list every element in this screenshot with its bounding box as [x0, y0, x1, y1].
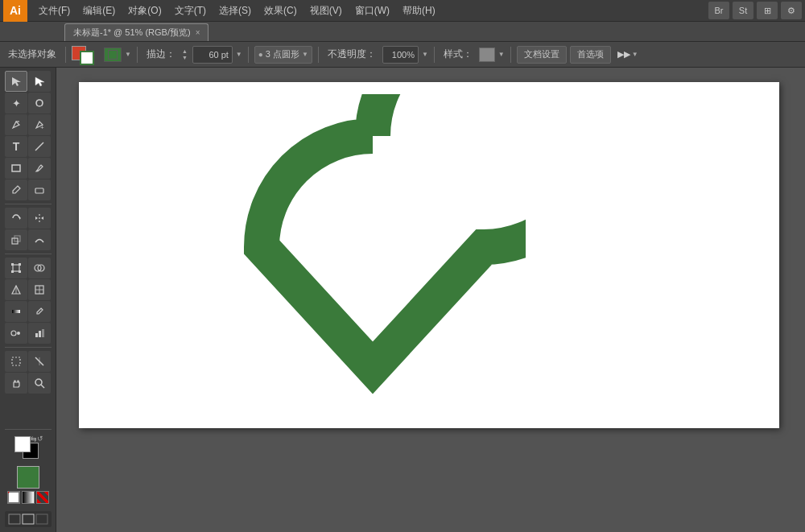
opacity-input[interactable]: [382, 46, 419, 64]
eyedropper-tool[interactable]: [28, 301, 51, 322]
tool-row-7: [5, 208, 51, 229]
svg-rect-28: [35, 333, 38, 337]
shape-builder-tool[interactable]: [28, 258, 51, 278]
menu-edit[interactable]: 编辑(E): [76, 0, 122, 22]
divider-1: [65, 47, 66, 63]
none-swatch[interactable]: [7, 491, 20, 504]
eraser-tool[interactable]: [28, 179, 51, 200]
stroke-label: 描边：: [143, 47, 179, 61]
fill-stroke-indicator[interactable]: [72, 44, 101, 65]
mesh-tool[interactable]: [28, 279, 51, 300]
magic-wand-tool[interactable]: ✦: [5, 93, 27, 113]
tool-sep-2: [5, 254, 52, 254]
default-colors-icon[interactable]: ↺: [37, 435, 43, 443]
gradient-tool[interactable]: [5, 301, 27, 322]
menu-file[interactable]: 文件(F): [32, 0, 76, 22]
svg-text:+: +: [40, 124, 44, 130]
stroke-value-input[interactable]: [192, 46, 233, 64]
drawing-mode-btn[interactable]: [5, 511, 52, 527]
tab-close-button[interactable]: ×: [196, 28, 200, 37]
svg-rect-5: [12, 165, 20, 171]
white-canvas: [79, 82, 779, 428]
selection-tool[interactable]: [5, 71, 27, 92]
svg-rect-16: [11, 270, 14, 273]
stroke-unit-chevron[interactable]: ▼: [236, 51, 242, 58]
stroke-steppers[interactable]: ▲ ▼: [182, 48, 188, 61]
hand-tool[interactable]: [5, 373, 27, 394]
svg-rect-6: [35, 188, 43, 193]
menu-help[interactable]: 帮助(H): [396, 0, 442, 22]
menu-object[interactable]: 对象(O): [122, 0, 167, 22]
menu-window[interactable]: 窗口(W): [349, 0, 396, 22]
point-shape-select[interactable]: ● 3 点圆形 ▼: [254, 46, 312, 64]
type-tool[interactable]: T: [5, 136, 27, 157]
point-shape-label: 3 点圆形: [266, 48, 299, 60]
preferences-button[interactable]: 首选项: [570, 46, 611, 64]
point-shape-chevron: ▼: [302, 51, 308, 58]
svg-rect-29: [39, 331, 41, 337]
tool-row-6: [5, 179, 51, 200]
perspective-tool[interactable]: [5, 279, 27, 300]
settings-icon[interactable]: ⚙: [781, 2, 802, 19]
slice-tool[interactable]: [28, 351, 51, 372]
toolbox: ✦ + T: [0, 68, 56, 532]
anchor-add-tool[interactable]: +: [28, 114, 51, 135]
active-color-swatch[interactable]: [17, 466, 39, 489]
svg-marker-9: [35, 217, 38, 220]
direct-selection-tool[interactable]: [28, 71, 51, 92]
tab-bar: 未标题-1* @ 51% (RGB/预览) ×: [0, 22, 805, 42]
opacity-chevron[interactable]: ▼: [422, 51, 428, 58]
stock-icon[interactable]: St: [733, 2, 753, 19]
svg-rect-25: [12, 310, 20, 313]
divider-5: [434, 47, 435, 63]
menu-effect[interactable]: 效果(C): [258, 0, 303, 22]
bar-graph-tool[interactable]: [28, 323, 51, 344]
zoom-tool[interactable]: [28, 373, 51, 394]
tool-sep-4: [5, 429, 52, 430]
svg-marker-10: [41, 217, 43, 220]
canvas-area[interactable]: [56, 68, 805, 532]
rectangle-tool[interactable]: [5, 158, 27, 179]
scale-tool[interactable]: [5, 229, 27, 250]
tool-row-12: [5, 323, 51, 344]
toolbox-color-section: ↺ ⇆: [5, 427, 52, 507]
tool-row-11: [5, 301, 51, 322]
style-chevron[interactable]: ▼: [498, 51, 505, 58]
style-preview[interactable]: [479, 47, 495, 62]
pattern-swatch[interactable]: [36, 491, 49, 504]
menu-bar: Ai 文件(F) 编辑(E) 对象(O) 文字(T) 选择(S) 效果(C) 视…: [0, 0, 805, 22]
lasso-tool[interactable]: [28, 93, 51, 113]
pencil-tool[interactable]: [5, 179, 27, 200]
free-transform-tool[interactable]: [5, 258, 27, 278]
style-label: 样式：: [440, 47, 476, 61]
shape-indicator[interactable]: [104, 47, 122, 62]
main-area: ✦ + T: [0, 68, 805, 532]
main-shape[interactable]: [220, 94, 526, 416]
stroke-swatch[interactable]: [80, 51, 94, 65]
reshape-tool[interactable]: [28, 229, 51, 250]
fill-color-box[interactable]: [14, 436, 31, 452]
reflect-tool[interactable]: [28, 208, 51, 229]
menu-select[interactable]: 选择(S): [213, 0, 258, 22]
svg-rect-30: [42, 329, 44, 337]
blend-tool[interactable]: [5, 323, 27, 344]
menu-text[interactable]: 文字(T): [168, 0, 213, 22]
doc-settings-button[interactable]: 文档设置: [517, 46, 567, 64]
divider-6: [510, 47, 511, 63]
svg-line-4: [35, 142, 43, 151]
document-tab[interactable]: 未标题-1* @ 51% (RGB/预览) ×: [64, 23, 208, 41]
line-tool[interactable]: [28, 136, 51, 157]
tool-row-1: [5, 71, 51, 92]
pen-tool[interactable]: [5, 114, 27, 135]
paintbrush-tool[interactable]: [28, 158, 51, 179]
gradient-swatch[interactable]: [22, 491, 35, 504]
rotate-tool[interactable]: [5, 208, 27, 229]
artboard-tool[interactable]: [5, 351, 27, 372]
toolbar-extra-btn[interactable]: ▶▶ ▼: [617, 49, 638, 60]
swap-colors-icon[interactable]: ⇆: [31, 435, 37, 443]
menu-view[interactable]: 视图(V): [303, 0, 349, 22]
grid-icon[interactable]: ⊞: [757, 2, 778, 19]
shape-chevron[interactable]: ▼: [125, 51, 131, 58]
svg-point-34: [35, 379, 42, 386]
bridge-icon[interactable]: Br: [708, 2, 729, 19]
